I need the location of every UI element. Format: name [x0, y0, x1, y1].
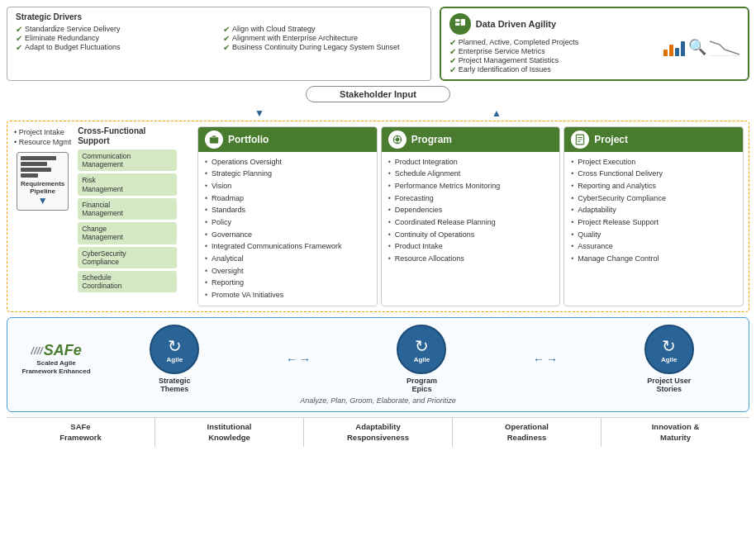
driver-item-3: ✔ Adapt to Budget Fluctuations	[16, 43, 215, 52]
check-icon-6: ✔	[223, 43, 230, 52]
drivers-grid: ✔ Standardize Service Delivery ✔ Elimina…	[16, 25, 422, 52]
project-item-7: Quality	[571, 229, 736, 241]
arrow-between-2: ← →	[533, 353, 558, 366]
tab-innovation-maturity[interactable]: Innovation &Maturity	[601, 418, 749, 447]
left-panel: • Project Intake • Resource Mgmt Require…	[12, 126, 194, 306]
program-body: Product Integration Schedule Alignment P…	[382, 152, 560, 269]
cross-functional-section: Cross-FunctionalSupport CommunicationMan…	[78, 126, 177, 292]
req-line-2	[21, 162, 47, 166]
project-list: Project Execution Cross Functional Deliv…	[571, 156, 736, 265]
project-item-3: Reporting and Analytics	[571, 180, 736, 192]
portfolio-item-12: Promote VA Initiatives	[205, 290, 370, 302]
agile-circle-label-2: Agile	[414, 356, 430, 363]
portfolio-item-2: Strategic Planning	[205, 168, 370, 181]
main-container: Strategic Drivers ✔ Standardize Service …	[0, 0, 756, 453]
driver-item-6: ✔ Business Continuity During Legacy Syst…	[223, 43, 422, 52]
agile-circle-label-1: Agile	[167, 356, 183, 363]
dd-check-1: ✔	[449, 38, 456, 47]
bar-2	[669, 45, 673, 56]
project-user-stories-group: ↻ Agile Project UserStories	[644, 325, 694, 393]
dd-label-1: Planned, Active, Completed Projects	[459, 38, 579, 46]
right-arrow-2: →	[546, 353, 558, 366]
portfolio-column: Portfolio Operations Oversight Strategic…	[197, 126, 378, 306]
strategic-drivers-title: Strategic Drivers	[16, 12, 422, 21]
portfolio-item-6: Policy	[205, 216, 370, 229]
bottom-tabs: SAFeFramework InstitutionalKnowledge Ada…	[7, 417, 749, 447]
requirements-pipeline: RequirementsPipeline ▼	[17, 152, 69, 211]
left-arrow-1: ←	[286, 353, 297, 366]
svg-rect-2	[460, 19, 464, 26]
driver-label-3: Adapt to Budget Fluctuations	[25, 43, 121, 51]
refresh-icon-1: ↻	[168, 336, 182, 356]
check-icon-3: ✔	[16, 43, 22, 52]
req-arrow-down: ▼	[21, 195, 64, 206]
driver-label-6: Business Continuity During Legacy System…	[232, 43, 400, 51]
tab-institutional-knowledge[interactable]: InstitutionalKnowledge	[155, 418, 304, 447]
svg-rect-1	[455, 23, 459, 26]
agile-circle-3: ↻ Agile	[644, 325, 694, 374]
agile-circles-row: ↻ Agile StrategicThemes ← → ↻ Agile Prog…	[107, 325, 737, 393]
req-line-1	[21, 156, 56, 160]
cf-item-financial: FinancialManagement	[78, 198, 177, 220]
bar-3	[675, 48, 679, 56]
intake-req-row: • Project Intake • Resource Mgmt Require…	[12, 126, 194, 292]
tab-adaptability-responsiveness[interactable]: AdaptabilityResponsiveness	[304, 418, 453, 447]
svg-rect-15	[578, 139, 582, 140]
strategic-themes-label: StrategicThemes	[159, 377, 191, 393]
dd-label-2: Enterprise Service Metrics	[459, 47, 545, 55]
cf-item-change: ChangeManagement	[78, 222, 177, 244]
portfolio-item-8: Integrated Communications Framework	[205, 241, 370, 254]
dd-label-3: Project Management Statistics	[459, 56, 559, 64]
project-item-6: Project Release Support	[571, 216, 736, 229]
stakeholder-pill: Stakeholder Input	[306, 86, 450, 102]
project-item-4: CyberSecurity Compliance	[571, 192, 736, 205]
dd-items: ✔ Planned, Active, Completed Projects ✔ …	[449, 38, 659, 74]
safe-logo: //// SAFe Scaled Agile Framework Enhance…	[19, 342, 93, 377]
driver-label-2: Eliminate Redundancy	[25, 34, 99, 42]
program-list: Product Integration Schedule Alignment P…	[388, 156, 554, 265]
dd-check-4: ✔	[449, 65, 456, 74]
bar-1	[663, 50, 668, 56]
portfolio-title: Portfolio	[228, 134, 269, 145]
data-driven-title: Data Driven Agility	[476, 19, 556, 29]
project-item-2: Cross Functional Delivery	[571, 168, 736, 181]
dd-item-2: ✔ Enterprise Service Metrics	[449, 47, 659, 56]
cf-item-risk: RiskManagement	[78, 173, 177, 195]
data-driven-header: Data Driven Agility	[449, 13, 739, 35]
main-content: • Project Intake • Resource Mgmt Require…	[7, 121, 749, 312]
stakeholder-row: Stakeholder Input	[7, 86, 749, 102]
arrow-up-right: ▲	[492, 107, 502, 119]
strategic-themes-group: ↻ Agile StrategicThemes	[150, 325, 199, 393]
safe-label: SAFe	[44, 342, 82, 359]
driver-item-2: ✔ Eliminate Redundancy	[16, 34, 215, 43]
svg-rect-16	[578, 141, 581, 142]
check-icon-5: ✔	[223, 34, 230, 43]
portfolio-item-7: Governance	[205, 229, 370, 241]
portfolio-item-1: Operations Oversight	[205, 156, 370, 168]
tab-operational-readiness[interactable]: OperationalReadiness	[453, 418, 601, 447]
project-header: Project	[564, 127, 743, 152]
drivers-col1: ✔ Standardize Service Delivery ✔ Elimina…	[16, 25, 215, 52]
program-item-1: Product Integration	[388, 156, 554, 168]
line-chart-icon	[710, 38, 739, 56]
left-arrow-2: ←	[533, 353, 544, 366]
portfolio-item-3: Vision	[205, 180, 370, 192]
arrow-between-1: ← →	[286, 353, 311, 366]
safe-slashes: ////	[31, 344, 42, 357]
safe-brand-text: //// SAFe	[31, 342, 81, 359]
bar-chart-icon	[663, 38, 685, 56]
cross-functional-title: Cross-FunctionalSupport	[78, 126, 177, 146]
safe-subtitle: Scaled Agile Framework Enhanced	[19, 359, 93, 377]
tab-safe-framework[interactable]: SAFeFramework	[7, 418, 155, 447]
program-item-5: Dependencies	[388, 205, 554, 217]
portfolio-item-9: Analytical	[205, 254, 370, 266]
check-icon-1: ✔	[16, 25, 22, 34]
program-epics-group: ↻ Agile ProgramEpics	[397, 325, 446, 393]
program-title: Program	[411, 134, 452, 145]
svg-point-8	[395, 138, 399, 142]
cf-items-list: CommunicationManagement RiskManagement F…	[78, 149, 177, 292]
check-icon-2: ✔	[16, 34, 22, 43]
req-lines	[21, 156, 64, 178]
data-driven-icon	[449, 13, 471, 35]
dd-item-1: ✔ Planned, Active, Completed Projects	[449, 38, 659, 47]
